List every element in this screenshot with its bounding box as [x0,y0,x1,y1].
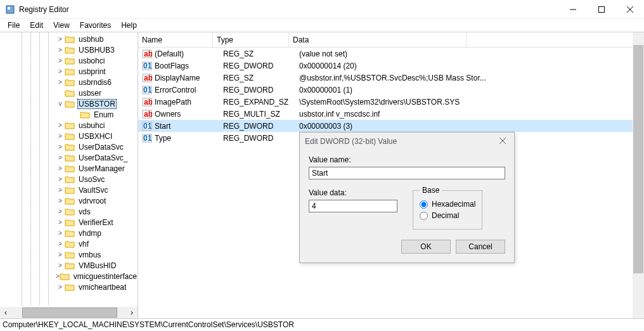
list-row[interactable]: abImagePathREG_EXPAND_SZ\SystemRoot\Syst… [138,96,644,108]
expander-icon[interactable]: v [56,100,65,107]
menu-help[interactable]: Help [116,20,142,31]
list-row[interactable]: 011BootFlagsREG_DWORD0x00000014 (20) [138,60,644,72]
expander-icon[interactable]: > [56,79,65,86]
expander-icon[interactable]: > [56,230,65,237]
radio-dec-input[interactable] [420,212,428,220]
ok-button[interactable]: OK [401,240,451,254]
close-button[interactable] [615,0,644,19]
cancel-button[interactable]: Cancel [456,240,505,254]
tree-item[interactable]: vUSBSTOR [0,98,138,109]
folder-icon [80,110,90,119]
tree-item[interactable]: >vhdmp [0,228,138,238]
expander-icon[interactable]: > [56,240,65,247]
value-name-label: Value name: [309,155,505,164]
dialog-close-icon[interactable] [496,137,509,146]
tree-item[interactable]: >vdrvroot [0,195,138,206]
list-row[interactable]: abOwnersREG_MULTI_SZusbstor.inf v_mscdsc… [138,108,644,120]
value-name: ErrorControl [155,86,223,94]
expander-icon[interactable]: > [56,208,65,215]
menu-edit[interactable]: Edit [25,20,48,31]
tree-item[interactable]: >VMBusHID [0,260,138,271]
menu-view[interactable]: View [48,20,75,31]
tree-item[interactable]: >vhf [0,238,138,249]
scrollbar-thumb[interactable] [633,45,643,273]
column-data[interactable]: Data [289,32,467,47]
scroll-left-icon[interactable]: ‹ [0,307,11,318]
expander-icon[interactable]: > [56,143,65,150]
tree-item[interactable]: >VaultSvc [0,185,138,195]
menu-favorites[interactable]: Favorites [75,20,116,31]
value-icon: 011 [142,85,152,95]
tree-item[interactable]: usbser [0,88,138,98]
expander-icon[interactable]: > [56,57,65,64]
minimize-button[interactable] [558,0,587,19]
tree-item[interactable]: >usbrndis6 [0,77,138,88]
folder-icon [65,229,75,238]
tree-item[interactable]: >UserDataSvc [0,141,138,152]
tree-item[interactable]: Enum [0,109,138,120]
expander-icon[interactable]: > [56,262,65,269]
list-row[interactable]: abDisplayNameREG_SZ@usbstor.inf,%USBSTOR… [138,72,644,84]
expander-icon[interactable]: > [56,154,65,161]
folder-icon [65,67,75,76]
value-icon: ab [142,109,152,119]
folder-icon [65,186,75,195]
expander-icon[interactable]: > [56,283,65,290]
value-icon: ab [142,73,152,83]
list-row[interactable]: 011StartREG_DWORD0x00000003 (3) [138,120,644,132]
folder-icon [65,46,75,55]
expander-icon[interactable]: > [56,36,65,42]
tree-item[interactable]: >usbohci [0,55,138,66]
value-data: (value not set) [299,49,644,58]
scroll-right-icon[interactable]: › [126,307,138,318]
maximize-button[interactable] [587,0,615,19]
expander-icon[interactable]: > [56,68,65,75]
column-type[interactable]: Type [213,32,289,47]
list-row[interactable]: 011ErrorControlREG_DWORD0x00000001 (1) [138,84,644,96]
radio-hex[interactable]: Hexadecimal [420,200,475,209]
folder-icon [65,78,75,87]
list-row[interactable]: ab(Default)REG_SZ(value not set) [138,48,644,60]
expander-icon[interactable]: > [56,197,65,204]
tree-item[interactable]: >vmicheartbeat [0,282,138,292]
column-name[interactable]: Name [138,32,213,47]
tree-item[interactable]: >usbprint [0,66,138,77]
expander-icon[interactable]: > [56,165,65,172]
tree-item[interactable]: >USBHUB3 [0,44,138,55]
tree[interactable]: >usbhub>USBHUB3>usbohci>usbprint>usbrndi… [0,32,138,306]
list-body[interactable]: ab(Default)REG_SZ(value not set)011BootF… [138,48,644,144]
value-data-field[interactable] [309,200,397,212]
expander-icon[interactable]: > [56,122,65,129]
expander-icon[interactable]: > [56,219,65,226]
tree-item[interactable]: >usbuhci [0,120,138,131]
expander-icon[interactable]: > [56,46,65,53]
tree-horizontal-scrollbar[interactable]: ‹ › [0,307,138,318]
tree-item[interactable]: >UserDataSvc_ [0,152,138,163]
value-name: ImagePath [155,98,223,107]
dialog-titlebar[interactable]: Edit DWORD (32-bit) Value [300,133,514,150]
radio-hex-input[interactable] [420,200,428,209]
expander-icon[interactable]: > [56,186,65,193]
expander-icon[interactable]: > [56,251,65,258]
value-name: DisplayName [155,74,223,82]
radio-dec[interactable]: Decimal [420,211,475,220]
tree-item[interactable]: >USBXHCI [0,131,138,141]
window-controls [558,0,644,19]
value-type: REG_DWORD [223,134,299,143]
tree-item[interactable]: >vds [0,206,138,217]
tree-item[interactable]: >VerifierExt [0,217,138,228]
tree-item[interactable]: >UsoSvc [0,174,138,185]
expander-icon[interactable]: > [56,133,65,140]
svg-text:ab: ab [144,74,152,82]
menu-file[interactable]: File [3,20,25,31]
tree-item[interactable]: >usbhub [0,34,138,44]
tree-item[interactable]: >vmicguestinterface [0,271,138,282]
tree-item-label: UserDataSvc_ [77,153,129,162]
tree-item[interactable]: >UserManager [0,163,138,174]
tree-item[interactable]: >vmbus [0,249,138,260]
scrollbar-thumb[interactable] [22,308,117,318]
expander-icon[interactable]: > [56,176,65,183]
menubar: File Edit View Favorites Help [0,19,644,32]
value-name-field[interactable] [309,167,505,179]
list-vertical-scrollbar[interactable] [633,32,644,318]
